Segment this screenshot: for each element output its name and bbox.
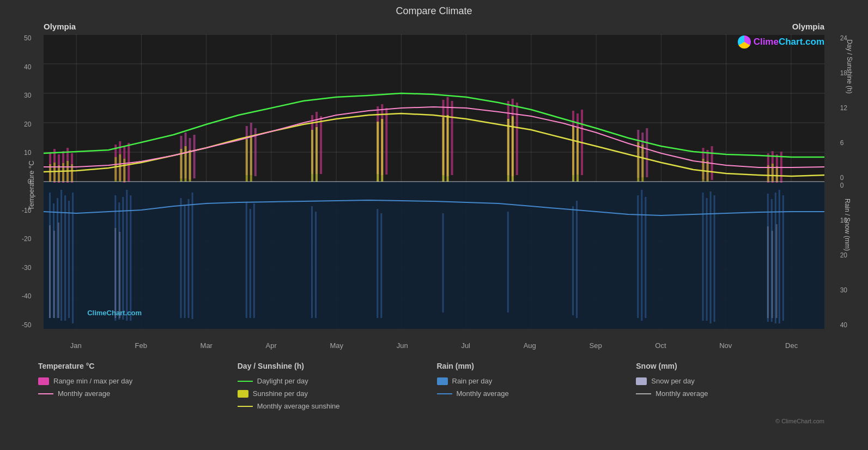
month-feb: Feb	[135, 341, 147, 350]
month-mar: Mar	[201, 341, 213, 350]
legend-snow-avg: Monthly average	[636, 389, 835, 398]
legend-rain: Rain (mm) Rain per day Monthly average	[437, 362, 636, 410]
month-may: May	[330, 341, 344, 350]
svg-rect-130	[377, 122, 379, 182]
svg-rect-124	[185, 146, 187, 182]
location-label-left: Olympia	[44, 22, 76, 31]
svg-rect-31	[72, 193, 74, 323]
svg-rect-39	[188, 199, 190, 318]
svg-rect-41	[246, 202, 247, 318]
svg-rect-68	[119, 232, 120, 318]
svg-rect-36	[130, 195, 131, 321]
svg-rect-29	[64, 195, 66, 321]
logo-top-right: ClimeChart.com	[738, 35, 824, 49]
svg-rect-71	[776, 224, 778, 318]
svg-rect-42	[250, 209, 251, 318]
svg-rect-40	[192, 193, 193, 319]
month-jul: Jul	[461, 341, 470, 350]
legend-snow-title: Snow (mm)	[636, 362, 835, 370]
legend-sunshine-title: Day / Sunshine (h)	[238, 362, 437, 370]
svg-rect-58	[714, 195, 715, 322]
page-title: Compare Climate	[0, 0, 868, 19]
svg-rect-69	[767, 226, 769, 318]
svg-rect-143	[772, 164, 774, 182]
svg-rect-62	[779, 190, 780, 323]
month-labels: Jan Feb Mar Apr May Jun Jul Aug Sep Oct …	[44, 341, 824, 350]
legend-snow-day: Snow per day	[636, 377, 835, 385]
svg-rect-116	[58, 165, 60, 182]
svg-rect-125	[189, 150, 191, 182]
legend-snow: Snow (mm) Snow per day Monthly average	[636, 362, 835, 410]
svg-rect-66	[58, 223, 59, 318]
svg-rect-44	[311, 206, 313, 318]
svg-rect-100	[516, 103, 518, 175]
copyright: © ClimeChart.com	[0, 418, 868, 424]
svg-rect-56	[706, 198, 708, 321]
svg-rect-97	[451, 101, 453, 175]
legend-sunshine-avg: Monthly average sunshine	[238, 402, 437, 410]
svg-rect-85	[193, 135, 196, 178]
location-label-right: Olympia	[792, 22, 824, 31]
legend-daylight: Daylight per day	[238, 377, 437, 385]
svg-rect-128	[311, 130, 313, 182]
svg-rect-43	[253, 203, 255, 318]
svg-rect-139	[641, 145, 644, 182]
svg-rect-81	[128, 143, 130, 182]
y-axis-labels-right-top: 24 18 12 6 0	[840, 34, 847, 182]
month-nov: Nov	[719, 341, 732, 350]
svg-rect-52	[637, 195, 639, 318]
svg-rect-144	[776, 166, 778, 182]
month-aug: Aug	[524, 341, 536, 350]
svg-rect-47	[380, 213, 382, 318]
svg-rect-55	[702, 193, 704, 321]
svg-rect-49	[507, 212, 509, 313]
svg-rect-65	[53, 231, 55, 318]
svg-rect-131	[381, 119, 383, 182]
svg-rect-28	[60, 190, 62, 321]
svg-rect-94	[385, 108, 387, 175]
svg-rect-127	[250, 136, 252, 182]
svg-rect-50	[572, 206, 574, 315]
legend-sunshine: Day / Sunshine (h) Daylight per day Suns…	[238, 362, 437, 410]
legend-rain-avg: Monthly average	[437, 389, 636, 398]
svg-rect-91	[320, 116, 322, 174]
svg-rect-129	[315, 127, 318, 182]
svg-rect-70	[772, 231, 773, 318]
legend-rain-title: Rain (mm)	[437, 362, 636, 370]
svg-rect-48	[442, 213, 444, 313]
y-axis-labels-right-bottom: 0 10 20 30 40	[840, 182, 847, 329]
legend-temp-title: Temperature °C	[38, 362, 238, 370]
svg-rect-37	[180, 198, 182, 318]
svg-rect-30	[68, 201, 70, 318]
month-sep: Sep	[590, 341, 602, 350]
svg-rect-134	[507, 119, 509, 182]
svg-rect-126	[246, 139, 248, 182]
legend-temp-range: Range min / max per day	[38, 377, 238, 385]
svg-rect-133	[447, 115, 449, 182]
svg-rect-57	[710, 191, 712, 323]
svg-rect-63	[782, 195, 784, 321]
month-jan: Jan	[70, 341, 82, 350]
svg-rect-122	[123, 159, 125, 182]
month-oct: Oct	[655, 341, 666, 350]
svg-rect-121	[119, 154, 121, 182]
svg-rect-64	[49, 225, 51, 318]
legend-sunshine-day: Sunshine per day	[238, 389, 437, 398]
svg-rect-106	[646, 128, 648, 177]
svg-rect-34	[122, 197, 124, 320]
legend: Temperature °C Range min / max per day M…	[0, 354, 868, 416]
svg-rect-120	[114, 157, 117, 182]
svg-rect-138	[637, 142, 639, 182]
svg-text:ClimeChart.com: ClimeChart.com	[87, 309, 142, 317]
legend-rain-day: Rain per day	[437, 377, 636, 385]
svg-rect-117	[62, 163, 64, 182]
month-apr: Apr	[266, 341, 277, 350]
svg-rect-136	[572, 126, 574, 182]
svg-rect-67	[114, 228, 116, 318]
svg-rect-38	[184, 205, 186, 318]
y-axis-labels-left: 50 40 30 20 10 0 -10 -20 -30 -40 -50	[22, 34, 31, 329]
month-jun: Jun	[397, 341, 408, 350]
svg-rect-35	[126, 190, 128, 321]
svg-rect-45	[315, 212, 317, 318]
svg-rect-137	[576, 128, 579, 182]
